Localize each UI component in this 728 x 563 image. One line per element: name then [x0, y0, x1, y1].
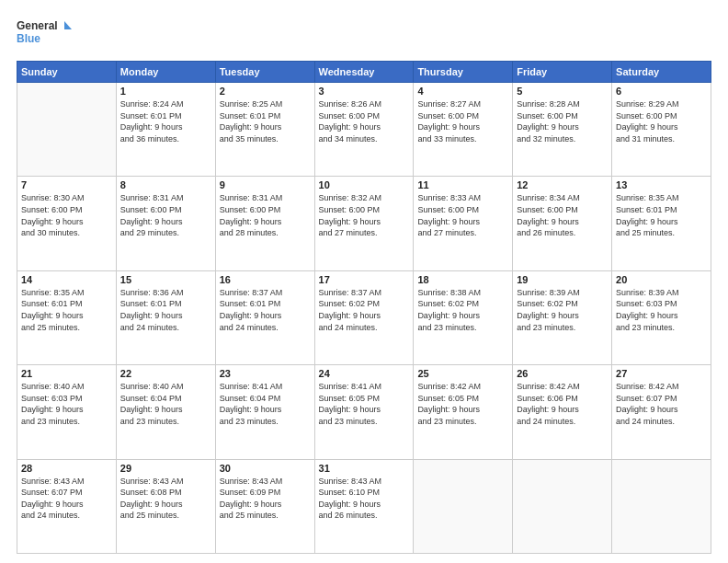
- logo-svg: General Blue: [17, 17, 72, 52]
- calendar-cell: 13Sunrise: 8:35 AMSunset: 6:01 PMDayligh…: [612, 177, 711, 270]
- cell-info: Sunrise: 8:39 AMSunset: 6:03 PMDaylight:…: [616, 287, 707, 333]
- cell-info: Sunrise: 8:42 AMSunset: 6:06 PMDaylight:…: [517, 381, 608, 427]
- calendar-cell: 23Sunrise: 8:41 AMSunset: 6:04 PMDayligh…: [215, 365, 314, 459]
- header: General Blue: [17, 17, 711, 52]
- calendar-cell: 25Sunrise: 8:42 AMSunset: 6:05 PMDayligh…: [414, 365, 513, 459]
- day-number: 22: [120, 368, 211, 379]
- day-number: 7: [21, 179, 112, 190]
- cell-info: Sunrise: 8:41 AMSunset: 6:05 PMDaylight:…: [319, 381, 410, 427]
- cell-info: Sunrise: 8:31 AMSunset: 6:00 PMDaylight:…: [220, 192, 311, 238]
- day-number: 19: [517, 274, 608, 285]
- calendar-cell: 3Sunrise: 8:26 AMSunset: 6:00 PMDaylight…: [314, 83, 414, 177]
- cell-info: Sunrise: 8:39 AMSunset: 6:02 PMDaylight:…: [517, 287, 608, 333]
- cell-info: Sunrise: 8:37 AMSunset: 6:01 PMDaylight:…: [220, 287, 311, 333]
- calendar-cell: 4Sunrise: 8:27 AMSunset: 6:00 PMDaylight…: [414, 83, 513, 177]
- calendar-cell: 26Sunrise: 8:42 AMSunset: 6:06 PMDayligh…: [513, 365, 612, 459]
- weekday-thursday: Thursday: [414, 62, 513, 83]
- calendar-cell: 12Sunrise: 8:34 AMSunset: 6:00 PMDayligh…: [513, 177, 612, 270]
- day-number: 11: [417, 179, 508, 190]
- calendar-cell: [414, 459, 513, 553]
- day-number: 16: [220, 274, 311, 285]
- calendar-cell: 11Sunrise: 8:33 AMSunset: 6:00 PMDayligh…: [414, 177, 513, 270]
- day-number: 3: [319, 86, 410, 97]
- cell-info: Sunrise: 8:43 AMSunset: 6:10 PMDaylight:…: [319, 476, 410, 522]
- calendar-week-0: 1Sunrise: 8:24 AMSunset: 6:01 PMDaylight…: [17, 83, 711, 177]
- calendar-week-1: 7Sunrise: 8:30 AMSunset: 6:00 PMDaylight…: [17, 177, 711, 270]
- calendar-cell: 2Sunrise: 8:25 AMSunset: 6:01 PMDaylight…: [215, 83, 314, 177]
- cell-info: Sunrise: 8:40 AMSunset: 6:03 PMDaylight:…: [21, 381, 112, 427]
- day-number: 8: [120, 179, 211, 190]
- day-number: 2: [220, 86, 311, 97]
- calendar-week-4: 28Sunrise: 8:43 AMSunset: 6:07 PMDayligh…: [17, 459, 711, 553]
- calendar-cell: 30Sunrise: 8:43 AMSunset: 6:09 PMDayligh…: [215, 459, 314, 553]
- cell-info: Sunrise: 8:26 AMSunset: 6:00 PMDaylight:…: [319, 98, 410, 144]
- svg-text:General: General: [17, 19, 58, 32]
- calendar-cell: 18Sunrise: 8:38 AMSunset: 6:02 PMDayligh…: [414, 270, 513, 364]
- cell-info: Sunrise: 8:43 AMSunset: 6:08 PMDaylight:…: [120, 476, 211, 522]
- calendar-cell: 17Sunrise: 8:37 AMSunset: 6:02 PMDayligh…: [314, 270, 414, 364]
- weekday-sunday: Sunday: [17, 62, 117, 83]
- calendar-cell: 19Sunrise: 8:39 AMSunset: 6:02 PMDayligh…: [513, 270, 612, 364]
- cell-info: Sunrise: 8:43 AMSunset: 6:09 PMDaylight:…: [220, 476, 311, 522]
- day-number: 9: [220, 179, 311, 190]
- calendar-cell: 1Sunrise: 8:24 AMSunset: 6:01 PMDaylight…: [116, 83, 215, 177]
- calendar-week-3: 21Sunrise: 8:40 AMSunset: 6:03 PMDayligh…: [17, 365, 711, 459]
- calendar-cell: 16Sunrise: 8:37 AMSunset: 6:01 PMDayligh…: [215, 270, 314, 364]
- day-number: 28: [21, 463, 112, 474]
- calendar-cell: 10Sunrise: 8:32 AMSunset: 6:00 PMDayligh…: [314, 177, 414, 270]
- cell-info: Sunrise: 8:42 AMSunset: 6:07 PMDaylight:…: [616, 381, 707, 427]
- cell-info: Sunrise: 8:31 AMSunset: 6:00 PMDaylight:…: [120, 192, 211, 238]
- calendar-page: General Blue SundayMondayTuesdayWednesda…: [0, 0, 728, 563]
- calendar-table: SundayMondayTuesdayWednesdayThursdayFrid…: [17, 61, 711, 554]
- cell-info: Sunrise: 8:34 AMSunset: 6:00 PMDaylight:…: [517, 192, 608, 238]
- day-number: 6: [616, 86, 707, 97]
- day-number: 23: [220, 368, 311, 379]
- calendar-cell: 7Sunrise: 8:30 AMSunset: 6:00 PMDaylight…: [17, 177, 117, 270]
- calendar-cell: 8Sunrise: 8:31 AMSunset: 6:00 PMDaylight…: [116, 177, 215, 270]
- cell-info: Sunrise: 8:32 AMSunset: 6:00 PMDaylight:…: [319, 192, 410, 238]
- day-number: 14: [21, 274, 112, 285]
- calendar-cell: 6Sunrise: 8:29 AMSunset: 6:00 PMDaylight…: [612, 83, 711, 177]
- day-number: 24: [319, 368, 410, 379]
- weekday-saturday: Saturday: [612, 62, 711, 83]
- calendar-cell: 27Sunrise: 8:42 AMSunset: 6:07 PMDayligh…: [612, 365, 711, 459]
- day-number: 13: [616, 179, 707, 190]
- svg-text:Blue: Blue: [17, 32, 40, 45]
- calendar-cell: [513, 459, 612, 553]
- calendar-cell: 22Sunrise: 8:40 AMSunset: 6:04 PMDayligh…: [116, 365, 215, 459]
- calendar-cell: 28Sunrise: 8:43 AMSunset: 6:07 PMDayligh…: [17, 459, 117, 553]
- weekday-monday: Monday: [116, 62, 215, 83]
- cell-info: Sunrise: 8:36 AMSunset: 6:01 PMDaylight:…: [120, 287, 211, 333]
- cell-info: Sunrise: 8:30 AMSunset: 6:00 PMDaylight:…: [21, 192, 112, 238]
- day-number: 31: [319, 463, 410, 474]
- day-number: 4: [417, 86, 508, 97]
- cell-info: Sunrise: 8:27 AMSunset: 6:00 PMDaylight:…: [417, 98, 508, 144]
- calendar-cell: [17, 83, 117, 177]
- weekday-tuesday: Tuesday: [215, 62, 314, 83]
- cell-info: Sunrise: 8:35 AMSunset: 6:01 PMDaylight:…: [616, 192, 707, 238]
- cell-info: Sunrise: 8:29 AMSunset: 6:00 PMDaylight:…: [616, 98, 707, 144]
- calendar-cell: 5Sunrise: 8:28 AMSunset: 6:00 PMDaylight…: [513, 83, 612, 177]
- day-number: 20: [616, 274, 707, 285]
- cell-info: Sunrise: 8:37 AMSunset: 6:02 PMDaylight:…: [319, 287, 410, 333]
- day-number: 26: [517, 368, 608, 379]
- day-number: 17: [319, 274, 410, 285]
- day-number: 25: [417, 368, 508, 379]
- cell-info: Sunrise: 8:43 AMSunset: 6:07 PMDaylight:…: [21, 476, 112, 522]
- day-number: 1: [120, 86, 211, 97]
- day-number: 30: [220, 463, 311, 474]
- logo: General Blue: [17, 17, 72, 52]
- svg-marker-2: [64, 21, 72, 29]
- calendar-cell: 24Sunrise: 8:41 AMSunset: 6:05 PMDayligh…: [314, 365, 414, 459]
- calendar-cell: 9Sunrise: 8:31 AMSunset: 6:00 PMDaylight…: [215, 177, 314, 270]
- calendar-cell: 31Sunrise: 8:43 AMSunset: 6:10 PMDayligh…: [314, 459, 414, 553]
- day-number: 10: [319, 179, 410, 190]
- cell-info: Sunrise: 8:33 AMSunset: 6:00 PMDaylight:…: [417, 192, 508, 238]
- calendar-cell: 29Sunrise: 8:43 AMSunset: 6:08 PMDayligh…: [116, 459, 215, 553]
- cell-info: Sunrise: 8:24 AMSunset: 6:01 PMDaylight:…: [120, 98, 211, 144]
- day-number: 29: [120, 463, 211, 474]
- weekday-friday: Friday: [513, 62, 612, 83]
- day-number: 21: [21, 368, 112, 379]
- cell-info: Sunrise: 8:42 AMSunset: 6:05 PMDaylight:…: [417, 381, 508, 427]
- cell-info: Sunrise: 8:25 AMSunset: 6:01 PMDaylight:…: [220, 98, 311, 144]
